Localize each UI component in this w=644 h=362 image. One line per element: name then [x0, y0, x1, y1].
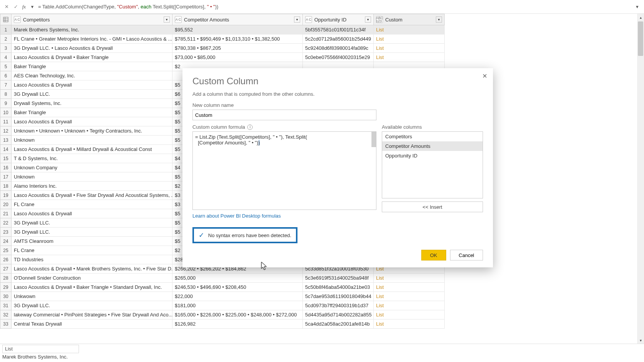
- formula-dropdown-icon[interactable]: ▾: [29, 3, 36, 10]
- row-number[interactable]: 13: [0, 136, 12, 145]
- row-number[interactable]: 23: [0, 228, 12, 237]
- table-row[interactable]: Marek Brothers Systems, Inc.$95,5525bf35…: [12, 25, 445, 34]
- row-number[interactable]: 29: [0, 283, 12, 292]
- row-number[interactable]: 31: [0, 301, 12, 310]
- formula-commit-icon[interactable]: ✓: [12, 3, 20, 11]
- cell[interactable]: Lasco Acoustics & Drywall • Marek Brothe…: [12, 264, 172, 274]
- cell[interactable]: Baker Triangle: [12, 108, 172, 117]
- cell[interactable]: Alamo Interiors Inc.: [12, 182, 172, 191]
- table-row[interactable]: Lasco Acoustics & Drywall • Baker Triang…: [12, 283, 445, 292]
- cell[interactable]: lakeway Commercial • PinPoint Strategies…: [12, 310, 172, 319]
- cell[interactable]: $780,338 • $867,205: [172, 44, 303, 53]
- cell[interactable]: 5c2cd07129a856001b25d449: [303, 34, 374, 44]
- cell[interactable]: 3G Drywall LLC.: [12, 301, 172, 310]
- cell[interactable]: Lasco Acoustics & Drywall • Baker Triang…: [12, 53, 172, 62]
- cell[interactable]: $126,982: [172, 319, 303, 329]
- cell[interactable]: 3G Drywall LLC. • Lasco Acoustics & Dryw…: [12, 44, 172, 53]
- column-type-icon[interactable]: ABC 123: [376, 16, 383, 23]
- cell[interactable]: AES Clean Technology, Inc.: [12, 71, 172, 80]
- cell[interactable]: $165,000 • $226,000 • $225,000 • $248,00…: [172, 310, 303, 319]
- scroll-thumb[interactable]: [638, 21, 643, 56]
- cell[interactable]: List: [374, 283, 445, 292]
- cell[interactable]: Marek Brothers Systems, Inc.: [12, 25, 172, 34]
- row-number[interactable]: 12: [0, 126, 12, 136]
- cell[interactable]: Unkwown: [12, 292, 172, 301]
- formula-textarea[interactable]: = List.Zip (Text.Split([Competitors], " …: [192, 131, 376, 210]
- insert-button[interactable]: << Insert: [382, 201, 483, 212]
- cell[interactable]: List: [374, 310, 445, 319]
- learn-link[interactable]: Learn about Power BI Desktop formulas: [192, 213, 281, 219]
- row-number[interactable]: 15: [0, 154, 12, 163]
- column-header-custom[interactable]: ABC 123Custom▼: [374, 14, 445, 25]
- cell[interactable]: Lasco Acoustics & Drywall • Five Star Dr…: [12, 191, 172, 200]
- vertical-scrollbar[interactable]: ▴ ▾: [637, 14, 644, 344]
- cancel-button[interactable]: Cancel: [450, 250, 483, 260]
- row-number[interactable]: 21: [0, 209, 12, 218]
- row-number[interactable]: 6: [0, 71, 12, 80]
- scroll-down-icon[interactable]: ▾: [637, 337, 644, 344]
- cell[interactable]: T & D Systems, Inc.: [12, 154, 172, 163]
- scroll-up-icon[interactable]: ▴: [637, 14, 644, 21]
- cell[interactable]: 3G Drywall LLC.: [12, 228, 172, 237]
- table-row[interactable]: 3G Drywall LLC.$181,0005cd0973b7ff294003…: [12, 301, 445, 310]
- cell[interactable]: $265,000: [172, 274, 303, 283]
- formula-expand-icon[interactable]: ▾: [632, 4, 642, 10]
- cell[interactable]: Baker Triangle: [12, 62, 172, 71]
- row-number[interactable]: 26: [0, 255, 12, 264]
- cell[interactable]: $785,511 • $950,469 • $1,013,310 • $1,38…: [172, 34, 303, 44]
- available-column-item[interactable]: Competitor Amounts: [382, 141, 483, 151]
- available-columns-list[interactable]: CompetitorsCompetitor AmountsOpportunity…: [382, 131, 483, 198]
- column-filter-icon[interactable]: ▼: [436, 16, 442, 23]
- cell[interactable]: 5c3e6919f531d40025ba948f: [303, 274, 374, 283]
- row-number[interactable]: 17: [0, 172, 12, 182]
- column-header-competitors[interactable]: A CCompetitors▼: [12, 14, 172, 25]
- row-number[interactable]: 24: [0, 237, 12, 246]
- row-number[interactable]: 27: [0, 264, 12, 274]
- table-row[interactable]: lakeway Commercial • PinPoint Strategies…: [12, 310, 445, 319]
- cell[interactable]: Lasco Acoustics & Drywall: [12, 117, 172, 126]
- table-row[interactable]: Unkwown$22,0005c7dae953d61190018049b44Li…: [12, 292, 445, 301]
- cell[interactable]: $95,552: [172, 25, 303, 34]
- cell[interactable]: List: [374, 25, 445, 34]
- cell[interactable]: List: [374, 301, 445, 310]
- row-number[interactable]: 9: [0, 99, 12, 108]
- cell[interactable]: 3G Drywall LLC.: [12, 90, 172, 99]
- row-number[interactable]: 22: [0, 218, 12, 228]
- cell[interactable]: List: [374, 274, 445, 283]
- cell[interactable]: Unknown Company: [12, 163, 172, 172]
- cell[interactable]: List: [374, 292, 445, 301]
- cell[interactable]: List: [374, 319, 445, 329]
- cell[interactable]: Unknown: [12, 172, 172, 182]
- cell[interactable]: 5d4435a95d714b002282a855: [303, 310, 374, 319]
- row-number[interactable]: 19: [0, 191, 12, 200]
- column-filter-icon[interactable]: ▼: [294, 16, 300, 23]
- row-number[interactable]: 20: [0, 200, 12, 209]
- cell[interactable]: List: [374, 53, 445, 62]
- cell[interactable]: 5bf3557581c01f001f11c34f: [303, 25, 374, 34]
- info-icon[interactable]: i: [247, 124, 253, 130]
- cell[interactable]: List: [374, 44, 445, 53]
- row-number[interactable]: 3: [0, 44, 12, 53]
- cell[interactable]: Unknown • Unknown • Unknown • Tegrity Co…: [12, 126, 172, 136]
- row-number[interactable]: 16: [0, 163, 12, 172]
- cell[interactable]: List: [374, 34, 445, 44]
- cell[interactable]: 3G Drywall LLC.: [12, 218, 172, 228]
- cell[interactable]: Lasco Acoustics & Drywall • Baker Triang…: [12, 283, 172, 292]
- cell[interactable]: 5ca4dd2a058ac2001afe814b: [303, 319, 374, 329]
- cell[interactable]: Lasco Acoustics & Drywall: [12, 80, 172, 90]
- cell[interactable]: Central Texas Drywall: [12, 319, 172, 329]
- column-header-competitor-amounts[interactable]: A CCompetitor Amounts▼: [172, 14, 303, 25]
- row-number[interactable]: 8: [0, 90, 12, 99]
- row-number[interactable]: 28: [0, 274, 12, 283]
- row-number[interactable]: 5: [0, 62, 12, 71]
- cell[interactable]: $22,000: [172, 292, 303, 301]
- column-filter-icon[interactable]: ▼: [164, 16, 170, 23]
- row-number[interactable]: 14: [0, 145, 12, 154]
- cell[interactable]: 5c92408d6f83980014fa089c: [303, 44, 374, 53]
- column-type-icon[interactable]: A C: [175, 16, 182, 23]
- available-column-item[interactable]: Opportunity ID: [382, 151, 483, 161]
- cell[interactable]: AMTS Cleanroom: [12, 237, 172, 246]
- table-row[interactable]: 3G Drywall LLC. • Lasco Acoustics & Dryw…: [12, 44, 445, 53]
- cell[interactable]: O'Donnell Snider Construction: [12, 274, 172, 283]
- row-number[interactable]: 2: [0, 34, 12, 44]
